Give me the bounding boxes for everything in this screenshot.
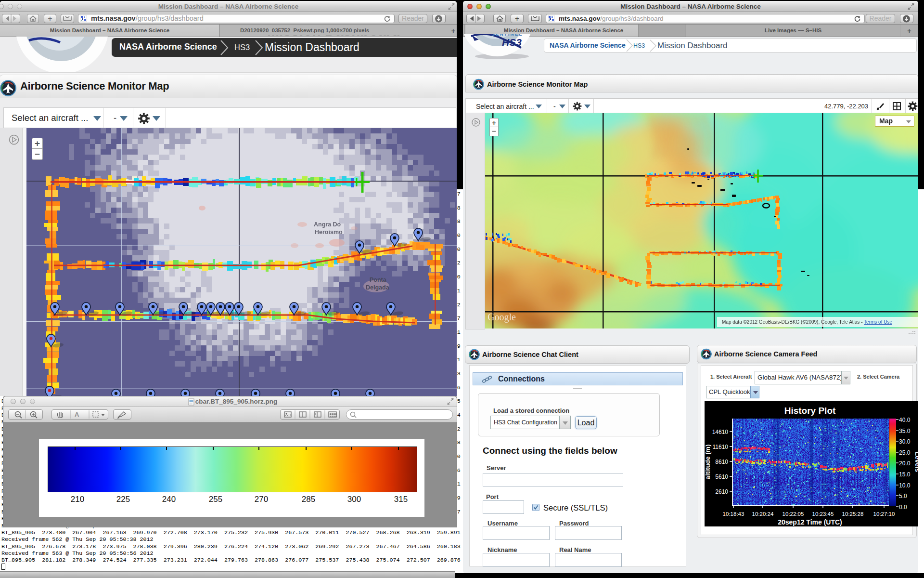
svg-text:SENTINEL: SENTINEL [491, 34, 523, 37]
svg-text:Levels: Levels [914, 452, 918, 472]
svg-text:10:22:05: 10:22:05 [783, 511, 804, 517]
svg-text:30.0: 30.0 [899, 438, 911, 445]
svg-text:25.0: 25.0 [899, 449, 911, 456]
svg-text:A: A [75, 411, 79, 418]
svg-text:10:27:10: 10:27:10 [873, 511, 895, 517]
svg-text:8610: 8610 [715, 459, 728, 465]
svg-text:5.0: 5.0 [899, 493, 907, 499]
svg-text:10:20:24: 10:20:24 [752, 511, 774, 517]
svg-text:40.0: 40.0 [899, 417, 911, 423]
svg-text:HS3: HS3 [502, 37, 522, 48]
svg-text:10:23:45: 10:23:45 [812, 511, 834, 517]
svg-text:14610: 14610 [712, 429, 729, 435]
svg-text:Angra Do: Angra Do [314, 221, 341, 228]
svg-text:Google: Google [488, 312, 516, 323]
svg-text:Map data ©2012 GeoBasis-DE/BKG: Map data ©2012 GeoBasis-DE/BKG (©2009), … [722, 319, 892, 325]
svg-text:0.0: 0.0 [899, 504, 907, 511]
svg-text:20.0: 20.0 [899, 460, 911, 467]
svg-text:History Plot: History Plot [784, 406, 836, 416]
svg-text:10:25:28: 10:25:28 [842, 511, 864, 517]
svg-text:10:18:43: 10:18:43 [723, 511, 744, 517]
svg-text:altitude (m): altitude (m) [705, 445, 711, 480]
svg-text:35.0: 35.0 [899, 428, 911, 434]
svg-text:2610: 2610 [715, 488, 728, 495]
svg-text:Heroismo: Heroismo [315, 229, 343, 236]
svg-text:10.0: 10.0 [899, 482, 911, 489]
svg-text:Delgada: Delgada [366, 284, 390, 291]
svg-text:11610: 11610 [713, 444, 729, 450]
svg-text:5610: 5610 [715, 473, 728, 480]
svg-text:Ponta: Ponta [370, 276, 387, 283]
svg-text:15.0: 15.0 [899, 471, 911, 478]
svg-text:20sep12 Time (UTC): 20sep12 Time (UTC) [778, 518, 842, 526]
